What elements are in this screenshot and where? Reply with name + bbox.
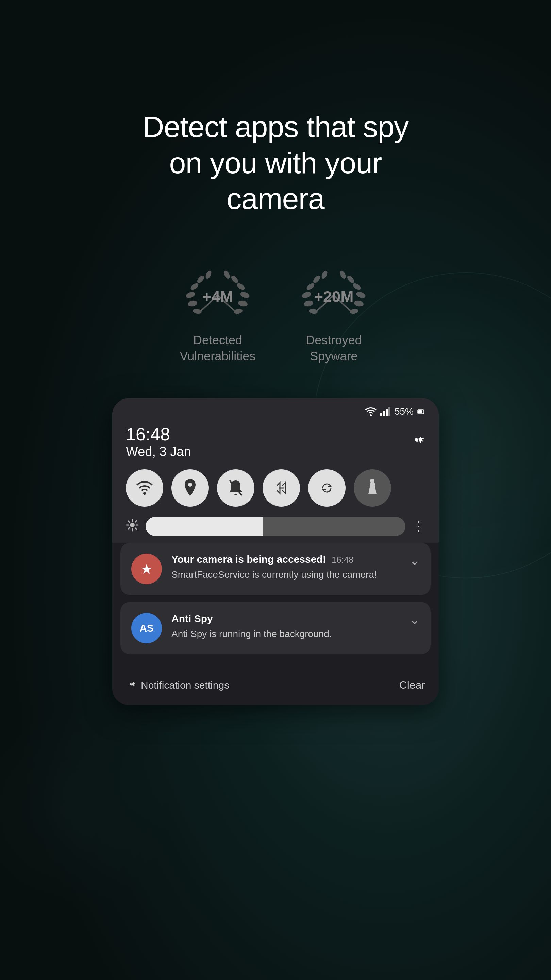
svg-rect-33 (370, 479, 375, 482)
stat-detected: +4M DetectedVulnerabilities (180, 264, 256, 364)
svg-line-41 (135, 528, 137, 529)
settings-icon[interactable] (409, 431, 425, 452)
notification-footer: Notification settings Clear (112, 672, 439, 705)
svg-point-6 (240, 291, 250, 299)
battery-text: 55% (395, 406, 414, 417)
detected-count: +4M (202, 288, 233, 306)
battery-icon (417, 408, 425, 416)
clock-date: Wed, 3 Jan (126, 444, 191, 459)
antispy-notif-expand[interactable]: ⌄ (410, 613, 420, 627)
notif-settings-label: Notification settings (141, 679, 229, 691)
svg-point-14 (312, 274, 321, 284)
laurel-destroyed: +20M (296, 264, 371, 326)
clear-notifications-button[interactable]: Clear (399, 679, 425, 692)
quick-toggles (112, 466, 439, 514)
transfer-toggle[interactable] (263, 469, 300, 507)
clock-time: 16:48 (126, 424, 191, 444)
qs-header: 16:48 Wed, 3 Jan (112, 421, 439, 466)
svg-point-12 (301, 291, 312, 299)
stat-destroyed: +20M DestroyedSpyware (296, 264, 371, 364)
svg-rect-25 (383, 411, 385, 417)
svg-point-10 (238, 300, 248, 307)
svg-rect-24 (380, 413, 382, 417)
svg-point-7 (236, 282, 246, 291)
svg-line-43 (128, 528, 130, 529)
antispy-notif-title: Anti Spy (171, 613, 420, 624)
camera-notif-body: SmartFaceService is currently using the … (171, 568, 420, 581)
svg-point-18 (356, 291, 366, 299)
svg-rect-26 (386, 409, 388, 417)
svg-point-2 (196, 274, 205, 284)
notif-settings-gear-icon (126, 679, 136, 692)
hero-title: Detect apps that spy on you with your ca… (122, 109, 429, 217)
svg-point-22 (354, 300, 364, 307)
camera-notif-expand[interactable]: ⌄ (410, 554, 420, 568)
mute-toggle[interactable] (217, 469, 254, 507)
svg-point-15 (321, 269, 329, 279)
notif-settings-row: Notification settings (126, 679, 229, 692)
phone-mockup: 55% 16:48 Wed, 3 Jan (112, 398, 439, 705)
wifi-toggle[interactable] (126, 469, 163, 507)
sync-toggle[interactable] (308, 469, 346, 507)
camera-notif-title: Your camera is being accessed! 16:48 (171, 554, 420, 565)
antispy-notification[interactable]: AS Anti Spy Anti Spy is running in the b… (121, 602, 430, 654)
stats-row: +4M DetectedVulnerabilities (180, 264, 372, 364)
camera-notification[interactable]: ★ Your camera is being accessed! 16:48 S… (121, 543, 430, 595)
svg-point-35 (130, 523, 135, 527)
camera-notif-content: Your camera is being accessed! 16:48 Sma… (171, 554, 420, 581)
detected-label: DetectedVulnerabilities (180, 332, 256, 364)
svg-rect-30 (424, 411, 424, 413)
camera-notif-time: 16:48 (332, 555, 354, 565)
wifi-status-icon (365, 407, 377, 417)
svg-rect-27 (388, 407, 391, 417)
svg-point-20 (346, 274, 356, 284)
svg-point-1 (189, 282, 199, 291)
notification-panel: ★ Your camera is being accessed! 16:48 S… (112, 543, 439, 672)
svg-point-0 (185, 291, 196, 299)
svg-point-8 (230, 274, 239, 284)
svg-rect-34 (370, 482, 375, 487)
svg-point-21 (339, 269, 347, 279)
camera-notif-icon: ★ (131, 554, 162, 584)
destroyed-label: DestroyedSpyware (306, 332, 362, 364)
status-icons: 55% (365, 406, 425, 417)
svg-point-16 (303, 300, 314, 307)
antispy-notif-content: Anti Spy Anti Spy is running in the back… (171, 613, 420, 640)
more-options-icon[interactable]: ⋮ (412, 519, 425, 534)
svg-line-40 (128, 520, 130, 522)
antispy-notif-body: Anti Spy is running in the background. (171, 627, 420, 640)
brightness-bar-row: ⋮ (112, 514, 439, 543)
brightness-icon (126, 519, 139, 535)
torch-toggle[interactable] (354, 469, 391, 507)
svg-rect-29 (418, 410, 422, 413)
svg-point-3 (205, 269, 213, 279)
svg-point-9 (223, 269, 231, 279)
laurel-detected: +4M (180, 264, 255, 326)
status-bar: 55% (112, 398, 439, 421)
location-toggle[interactable] (171, 469, 209, 507)
svg-line-42 (135, 520, 137, 522)
signal-icon (380, 407, 391, 417)
antispy-notif-icon: AS (131, 613, 162, 643)
destroyed-count: +20M (314, 288, 353, 306)
svg-point-4 (187, 300, 198, 307)
brightness-slider[interactable] (146, 517, 405, 536)
